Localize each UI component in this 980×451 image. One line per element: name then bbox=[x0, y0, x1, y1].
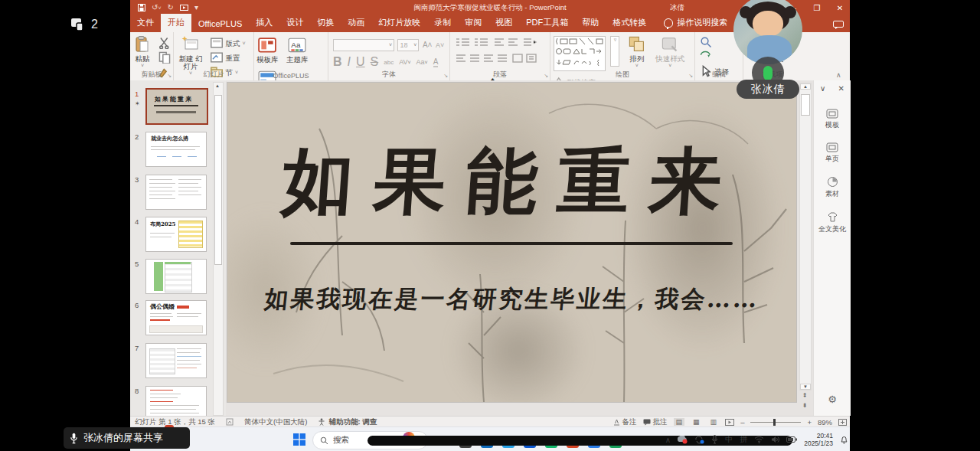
wifi-icon[interactable] bbox=[754, 436, 764, 443]
char-spacing-button[interactable]: AV˅ bbox=[399, 58, 410, 66]
comments-button[interactable]: 批注 bbox=[643, 417, 668, 427]
undo-icon[interactable]: ↺˅ bbox=[152, 4, 161, 12]
slide-vertical-scrollbar[interactable]: ▲ ▼ bbox=[799, 83, 812, 391]
slide-thumbnail-5[interactable] bbox=[145, 259, 207, 294]
shapes-gallery[interactable] bbox=[554, 36, 606, 71]
notes-button[interactable]: 备注 bbox=[613, 417, 637, 427]
sidebar-item-assets[interactable]: 素材 bbox=[814, 176, 851, 199]
sidebar-settings-gear-icon[interactable]: ⚙ bbox=[814, 394, 851, 405]
template-library-button[interactable]: 模板库 bbox=[254, 32, 281, 65]
qat-more-icon[interactable]: ▾ bbox=[194, 4, 198, 11]
sidebar-item-beautify[interactable]: 全文美化 bbox=[814, 211, 851, 234]
sidebar-item-pages[interactable]: 单页 bbox=[814, 142, 851, 164]
battery-icon[interactable] bbox=[786, 436, 797, 443]
tray-expand-icon[interactable]: ∧ bbox=[665, 436, 671, 444]
zoom-in-button[interactable]: + bbox=[807, 418, 812, 426]
tab-help[interactable]: 帮助 bbox=[575, 14, 606, 32]
tab-file[interactable]: 文件 bbox=[130, 14, 161, 32]
slide-sorter-view-button[interactable]: ▦ bbox=[691, 418, 702, 426]
comments-bubble-icon[interactable] bbox=[833, 21, 844, 29]
paragraph-buttons-icon[interactable] bbox=[455, 37, 545, 66]
language-status[interactable]: 简体中文(中国大陆) bbox=[244, 417, 307, 427]
sidebar-item-templates[interactable]: 模板 bbox=[814, 109, 851, 130]
strikethrough-button[interactable]: S bbox=[371, 55, 379, 69]
ime-mode-button[interactable]: 拼 bbox=[740, 434, 747, 445]
accessibility-status[interactable]: 辅助功能: 调查 bbox=[318, 417, 377, 427]
font-dialog-launcher[interactable]: ↘ bbox=[443, 73, 448, 79]
sidebar-close-icon[interactable]: ✕ bbox=[838, 84, 844, 93]
replace-button[interactable] bbox=[700, 51, 729, 63]
find-button[interactable] bbox=[700, 36, 729, 48]
slide-canvas[interactable]: 如果能重来 如果我现在是一名研究生毕业生，我会…… bbox=[227, 83, 796, 402]
normal-view-button[interactable]: ▤ bbox=[674, 418, 685, 426]
slide-thumbnail-7[interactable] bbox=[145, 343, 207, 378]
bold-button[interactable]: B bbox=[333, 55, 342, 69]
thumbnail-scroll-thumb[interactable] bbox=[214, 95, 222, 265]
sync-tray-icon[interactable] bbox=[694, 436, 704, 444]
start-slideshow-icon[interactable] bbox=[180, 5, 188, 11]
quick-styles-button[interactable]: 快速样式 ˅ bbox=[652, 32, 688, 68]
tab-insert[interactable]: 插入 bbox=[249, 14, 279, 32]
font-color-button[interactable]: A bbox=[433, 57, 439, 67]
zoom-slider-thumb[interactable] bbox=[773, 419, 776, 426]
slide-thumbnail-2[interactable]: 就业去向怎么抩 bbox=[145, 132, 207, 167]
slide-thumbnail-3[interactable] bbox=[145, 175, 207, 210]
slide-thumbnail-1[interactable]: 如果能重来 bbox=[145, 88, 208, 125]
shapes-scroll[interactable]: ▿ bbox=[610, 36, 619, 67]
layout-button[interactable]: 版式˅ bbox=[211, 37, 245, 49]
speaker-icon[interactable] bbox=[771, 436, 779, 443]
slideshow-view-button[interactable] bbox=[725, 419, 734, 426]
notification-bell-icon[interactable] bbox=[840, 436, 848, 444]
slide-thumbnail-4[interactable]: 布局2025 bbox=[145, 217, 207, 252]
copy-icon[interactable] bbox=[158, 51, 171, 64]
tab-home[interactable]: 开始 bbox=[161, 14, 191, 32]
microphone-tray-icon[interactable] bbox=[711, 435, 718, 444]
reset-button[interactable]: 重置 bbox=[211, 51, 245, 64]
tab-animations[interactable]: 动画 bbox=[341, 14, 371, 32]
close-button[interactable]: ✕ bbox=[835, 4, 845, 12]
screen-share-banner[interactable]: 张冰倩的屏幕共享 bbox=[64, 427, 190, 449]
tab-pdf-tools[interactable]: PDF工具箱 bbox=[519, 14, 575, 32]
scroll-down-icon[interactable]: ▼ bbox=[800, 384, 811, 390]
drawing-dialog-launcher[interactable]: ↘ bbox=[688, 73, 693, 79]
arrange-button[interactable]: 排列 ˅ bbox=[625, 32, 649, 68]
start-button[interactable] bbox=[293, 433, 305, 446]
paste-button[interactable]: 粘贴 ˅ bbox=[130, 32, 155, 68]
tab-design[interactable]: 设计 bbox=[279, 14, 310, 32]
zoom-out-button[interactable]: – bbox=[740, 418, 744, 426]
shrink-font-icon[interactable]: A˅ bbox=[436, 41, 444, 49]
tab-slideshow[interactable]: 幻灯片放映 bbox=[371, 14, 427, 32]
italic-button[interactable]: I bbox=[348, 55, 351, 69]
tab-review[interactable]: 审阅 bbox=[458, 14, 488, 32]
underline-button[interactable]: U bbox=[356, 55, 365, 69]
thumbnail-scrollbar[interactable]: ▲ bbox=[213, 82, 224, 416]
fit-to-window-icon[interactable] bbox=[838, 419, 847, 426]
collapse-ribbon-icon[interactable]: ∧ bbox=[836, 71, 841, 79]
scroll-thumb[interactable] bbox=[801, 94, 810, 116]
save-icon[interactable] bbox=[138, 4, 145, 11]
cut-icon[interactable] bbox=[158, 37, 171, 49]
slide-title[interactable]: 如果能重来 bbox=[227, 133, 796, 230]
scroll-up-icon[interactable]: ▲ bbox=[800, 83, 811, 90]
redo-icon[interactable]: ↻ bbox=[167, 4, 173, 11]
zoom-percentage[interactable]: 89% bbox=[818, 418, 832, 426]
clipboard-dialog-launcher[interactable]: ↘ bbox=[167, 73, 172, 79]
tab-format-convert[interactable]: 格式转换 bbox=[606, 14, 653, 32]
account-name[interactable]: 冰倩 bbox=[670, 3, 684, 13]
maximize-button[interactable]: ❐ bbox=[812, 4, 822, 12]
ime-language-button[interactable]: 中 bbox=[725, 434, 733, 445]
slide-thumbnail-6[interactable]: 偶公偶婚 bbox=[145, 300, 207, 335]
previous-slide-button[interactable]: ⇞ bbox=[799, 391, 810, 400]
font-size-box[interactable]: 18˅ bbox=[397, 39, 419, 51]
tab-view[interactable]: 视图 bbox=[488, 14, 519, 32]
tab-officeplus[interactable]: OfficePLUS bbox=[191, 16, 249, 32]
sidebar-collapse-icon[interactable]: ∨ bbox=[820, 84, 825, 93]
zoom-slider[interactable] bbox=[750, 422, 801, 423]
grow-font-icon[interactable]: A˄ bbox=[423, 41, 433, 49]
change-case-button[interactable]: Aa˅ bbox=[416, 58, 428, 66]
paste-dropdown[interactable]: ˅ bbox=[141, 63, 144, 68]
reading-view-button[interactable]: ▥ bbox=[708, 418, 720, 426]
next-slide-button[interactable]: ⇟ bbox=[799, 400, 810, 410]
tab-record[interactable]: 录制 bbox=[427, 14, 458, 32]
tell-me-search[interactable]: 操作说明搜索 bbox=[664, 17, 727, 32]
